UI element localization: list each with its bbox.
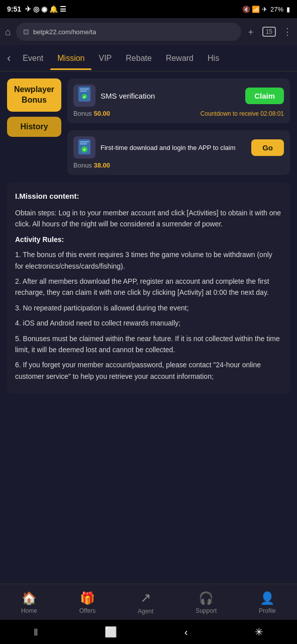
url-bar[interactable]: ⊡ betpk22.com/home/ta <box>16 23 241 41</box>
browser-bar: ⌂ ⊡ betpk22.com/home/ta ＋ 15 ⋮ <box>0 18 297 45</box>
system-back-button[interactable]: ‹ <box>184 626 188 638</box>
mission-obtain-steps: Obtain steps: Log in to your member acco… <box>15 207 282 230</box>
tab-rebate[interactable]: Rebate <box>119 47 159 70</box>
app-card-icon: + <box>73 136 95 158</box>
nav-support[interactable]: 🎧 Support <box>195 591 217 614</box>
sms-verification-card: ✓ SMS verification Claim Bonus 50.00 Cou… <box>67 78 290 123</box>
system-recents-button[interactable]: ✳ <box>255 626 263 638</box>
home-icon: 🏠 <box>22 591 37 605</box>
mission-rule-3: 3. No repeated participation is allowed … <box>15 302 282 313</box>
add-tab-icon[interactable]: ＋ <box>246 26 255 38</box>
profile-icon: 👤 <box>260 591 275 605</box>
status-bar: 9:51 ✈ ◎ ◉ 🔔 ☰ 🔇 📶 ✈ 27% ▮ <box>0 0 297 18</box>
newplayer-bonus-button[interactable]: Newplayer Bonus <box>7 78 61 112</box>
status-right: 🔇 📶 ✈ 27% ▮ <box>242 6 290 13</box>
system-menu-button[interactable]: ⦀ <box>34 626 38 638</box>
support-icon: 🎧 <box>199 591 214 605</box>
svg-text:+: + <box>83 147 86 152</box>
tab-vip[interactable]: VIP <box>91 47 119 70</box>
nav-agent[interactable]: ↗ Agent <box>138 590 153 615</box>
agent-icon: ↗ <box>140 590 151 606</box>
nav-home[interactable]: 🏠 Home <box>21 591 37 614</box>
mission-rule-1: 1. The bonus of this event requires 3 ti… <box>15 249 282 272</box>
sms-card-icon: ✓ <box>73 85 95 107</box>
tab-event[interactable]: Event <box>16 47 50 70</box>
sms-countdown: Countdown to receive 02:08:01 <box>201 110 284 117</box>
app-bonus-row: Bonus 38.00 <box>73 162 284 169</box>
tab-mission[interactable]: Mission <box>50 47 91 70</box>
sms-bonus-row: Bonus 50.00 Countdown to receive 02:08:0… <box>73 110 284 117</box>
right-content: ✓ SMS verification Claim Bonus 50.00 Cou… <box>67 78 290 175</box>
nav-tabs: ‹ Event Mission VIP Rebate Reward His <box>0 45 297 71</box>
mission-rule-6: 6. If you forget your member account/pas… <box>15 359 282 382</box>
nav-profile[interactable]: 👤 Profile <box>259 591 276 614</box>
claim-button[interactable]: Claim <box>245 88 284 104</box>
svg-rect-1 <box>80 89 89 90</box>
sms-card-title: SMS verification <box>101 92 240 100</box>
browser-menu-icon[interactable]: ⋮ <box>283 26 292 37</box>
nav-back-button[interactable]: ‹ <box>2 52 16 65</box>
nav-offers[interactable]: 🎁 Offers <box>79 591 95 614</box>
tab-count[interactable]: 15 <box>262 27 276 37</box>
main-content: Newplayer Bonus History ✓ <box>0 71 297 182</box>
offers-icon: 🎁 <box>80 591 95 605</box>
mission-rule-2: 2. After all members download the APP, r… <box>15 276 282 298</box>
svg-text:✓: ✓ <box>82 95 86 100</box>
svg-rect-2 <box>80 91 87 92</box>
status-time: 9:51 ✈ ◎ ◉ 🔔 ☰ <box>7 5 66 13</box>
url-secure-icon: ⊡ <box>23 28 29 36</box>
mission-heading: I.Mission content: <box>15 190 282 202</box>
mission-section: I.Mission content: Obtain steps: Log in … <box>0 182 297 401</box>
app-card-top: + First-time download and login the APP … <box>73 136 284 158</box>
browser-home-icon[interactable]: ⌂ <box>5 26 11 38</box>
browser-actions: ＋ 15 ⋮ <box>246 26 292 38</box>
sms-bonus-amount: 50.00 <box>94 110 111 117</box>
mission-rule-4: 4. iOS and Android need to collect rewar… <box>15 317 282 329</box>
app-download-card: + First-time download and login the APP … <box>67 130 290 175</box>
mission-rules-heading: Activity Rules: <box>15 234 282 245</box>
go-button[interactable]: Go <box>251 139 284 156</box>
system-home-button[interactable]: ⬜ <box>105 626 117 638</box>
tab-history-partial[interactable]: His <box>201 47 226 70</box>
mission-rule-5: 5. Bonuses must be claimed within the ne… <box>15 333 282 356</box>
tab-reward[interactable]: Reward <box>159 47 201 70</box>
mission-content-box: I.Mission content: Obtain steps: Log in … <box>7 182 290 394</box>
app-bonus-amount: 38.00 <box>94 162 111 169</box>
app-bonus-label: Bonus 38.00 <box>73 162 110 169</box>
history-button[interactable]: History <box>7 117 61 137</box>
svg-rect-6 <box>80 141 89 142</box>
sms-card-top: ✓ SMS verification Claim <box>73 85 284 107</box>
left-sidebar: Newplayer Bonus History <box>7 78 61 175</box>
bottom-nav: 🏠 Home 🎁 Offers ↗ Agent 🎧 Support 👤 Prof… <box>0 584 297 620</box>
sms-bonus-label: Bonus 50.00 <box>73 110 110 117</box>
svg-rect-7 <box>80 143 87 144</box>
system-nav: ⦀ ⬜ ‹ ✳ <box>0 620 297 644</box>
app-card-title: First-time download and login the APP to… <box>101 144 246 151</box>
